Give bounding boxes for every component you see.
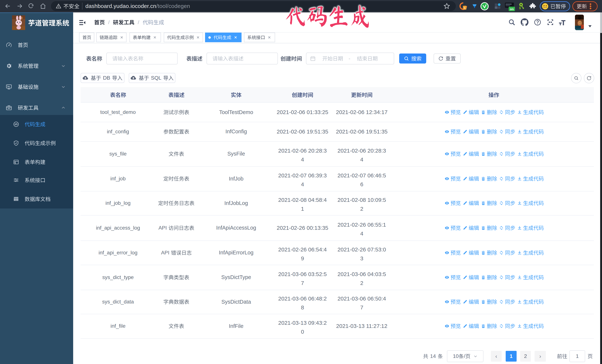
svg-text:on: on <box>510 7 514 11</box>
svg-text:1: 1 <box>464 6 465 10</box>
